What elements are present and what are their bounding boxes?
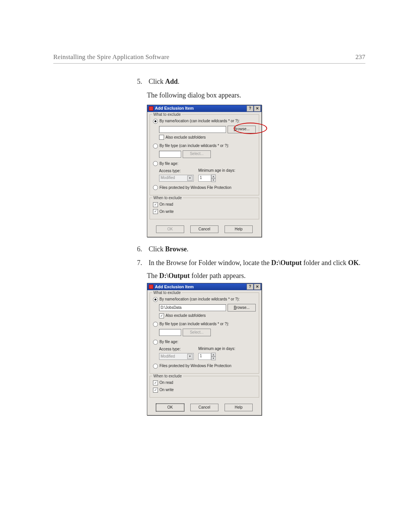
access-type-label: Access type: xyxy=(159,347,194,352)
radio-by-age-label: By file age: xyxy=(159,339,178,345)
access-type-label: Access type: xyxy=(159,168,194,174)
also-subfolders-label: Also exclude subfolders xyxy=(166,313,206,319)
help-button[interactable]: Help xyxy=(225,225,253,233)
radio-by-age[interactable] xyxy=(153,161,158,166)
group-when-title: When to exclude xyxy=(152,374,183,379)
select-button: Select... xyxy=(183,150,211,158)
access-type-select: Modified ▾ xyxy=(159,353,194,360)
ok-button: OK xyxy=(156,225,184,233)
add-exclusion-dialog: Add Exclusion Item ? ✕ What to exclude B… xyxy=(147,105,262,237)
close-icon[interactable]: ✕ xyxy=(254,105,261,112)
group-what-title: What to exclude xyxy=(152,290,182,296)
radio-by-type[interactable] xyxy=(153,322,158,327)
radio-by-name[interactable] xyxy=(153,119,158,124)
opt-by-name-row[interactable]: By name/location (can include wildcards … xyxy=(153,297,256,302)
checkbox-on-write[interactable] xyxy=(153,209,158,214)
step-5-number: 5. xyxy=(137,77,147,86)
name-location-input[interactable]: D:\JobsData xyxy=(159,304,226,311)
dialog-title: Add Exclusion Item xyxy=(155,105,194,112)
dialog-title: Add Exclusion Item xyxy=(155,284,194,290)
help-button[interactable]: Help xyxy=(225,404,253,411)
on-read-row[interactable]: On read xyxy=(153,380,256,386)
radio-wfp-label: Files protected by Windows File Protecti… xyxy=(159,363,231,369)
step-7-followup: The D:\Output folder path appears. xyxy=(147,271,365,281)
cancel-button[interactable]: Cancel xyxy=(190,404,218,411)
step-up-icon: ▴ xyxy=(211,353,216,356)
also-subfolders-row[interactable]: Also exclude subfolders xyxy=(159,313,256,319)
opt-by-type-row[interactable]: By file type (can include wildcards * or… xyxy=(153,143,256,149)
min-age-label: Minimum age in days: xyxy=(198,168,235,174)
opt-by-name-row[interactable]: By name/location (can include wildcards … xyxy=(153,118,256,124)
radio-wfp[interactable] xyxy=(153,185,158,190)
min-age-label: Minimum age in days: xyxy=(198,346,235,352)
dialog-button-bar: OK Cancel Help xyxy=(147,222,261,237)
group-what-to-exclude: What to exclude By name/location (can in… xyxy=(150,114,259,195)
radio-wfp[interactable] xyxy=(153,364,158,369)
on-write-label: On write xyxy=(159,209,174,215)
dialog-titlebar: Add Exclusion Item ? ✕ xyxy=(147,283,261,290)
group-what-title: What to exclude xyxy=(152,112,182,118)
radio-by-name-label: By name/location (can include wildcards … xyxy=(159,118,240,124)
close-icon[interactable]: ✕ xyxy=(254,284,261,290)
group-when-to-exclude: When to exclude On read On write xyxy=(150,376,259,398)
header-section-title: Reinstalling the Spire Application Softw… xyxy=(53,53,169,61)
figure-dialog-1: Add Exclusion Item ? ✕ What to exclude B… xyxy=(147,105,365,237)
opt-by-type-row[interactable]: By file type (can include wildcards * or… xyxy=(153,321,256,327)
cancel-button[interactable]: Cancel xyxy=(190,225,218,233)
page-header: Reinstalling the Spire Application Softw… xyxy=(53,53,365,64)
on-read-label: On read xyxy=(159,380,173,386)
help-icon[interactable]: ? xyxy=(247,284,253,290)
browse-button[interactable]: Browse... xyxy=(228,304,256,312)
step-5: 5. Click Add. The following dialog box a… xyxy=(137,77,365,237)
on-write-row[interactable]: On write xyxy=(153,387,256,393)
chevron-down-icon: ▾ xyxy=(187,176,193,181)
radio-by-age[interactable] xyxy=(153,340,158,345)
dialog-button-bar: OK Cancel Help xyxy=(147,400,261,415)
file-type-input xyxy=(159,151,181,158)
step-7-text: In the Browse for Folder window, locate … xyxy=(149,259,361,267)
on-read-row[interactable]: On read xyxy=(153,202,256,208)
checkbox-on-read[interactable] xyxy=(153,202,158,207)
radio-by-age-label: By file age: xyxy=(159,161,178,167)
step-5-followup: The following dialog box appears. xyxy=(147,90,365,100)
browse-button[interactable]: BBrowse...rowse... xyxy=(228,126,256,133)
on-write-label: On write xyxy=(159,387,174,393)
step-7: 7. In the Browse for Folder window, loca… xyxy=(137,258,365,415)
on-read-label: On read xyxy=(159,202,173,208)
opt-by-age-row[interactable]: By file age: xyxy=(153,161,256,167)
step-6: 6. Click Browse. xyxy=(137,244,365,254)
checkbox-on-write[interactable] xyxy=(153,388,158,393)
opt-wfp-row[interactable]: Files protected by Windows File Protecti… xyxy=(153,185,256,191)
ok-button[interactable]: OK xyxy=(156,404,184,411)
also-subfolders-label: Also exclude subfolders xyxy=(166,135,206,141)
step-6-text: Click Browse. xyxy=(149,245,189,253)
step-down-icon: ▾ xyxy=(211,356,216,360)
radio-by-type-label: By file type (can include wildcards * or… xyxy=(159,143,229,149)
step-down-icon: ▾ xyxy=(211,178,216,182)
radio-by-name[interactable] xyxy=(153,297,158,302)
help-icon[interactable]: ? xyxy=(247,105,253,112)
name-location-input[interactable] xyxy=(159,126,226,133)
step-6-number: 6. xyxy=(137,244,147,254)
also-subfolders-row[interactable]: Also exclude subfolders xyxy=(159,135,256,141)
group-what-to-exclude: What to exclude By name/location (can in… xyxy=(150,292,259,374)
min-age-stepper: 1 ▴ ▾ xyxy=(198,353,235,360)
group-when-title: When to exclude xyxy=(152,195,183,201)
checkbox-on-read[interactable] xyxy=(153,380,158,385)
group-when-to-exclude: When to exclude On read On write xyxy=(150,198,259,219)
on-write-row[interactable]: On write xyxy=(153,209,256,215)
opt-wfp-row[interactable]: Files protected by Windows File Protecti… xyxy=(153,363,256,369)
min-age-stepper: 1 ▴ ▾ xyxy=(198,174,235,182)
step-5-text: Click Add. xyxy=(149,78,180,85)
radio-by-type[interactable] xyxy=(153,144,158,149)
file-type-input xyxy=(159,329,181,336)
radio-by-name-label: By name/location (can include wildcards … xyxy=(159,297,240,302)
step-7-number: 7. xyxy=(137,258,147,268)
radio-by-type-label: By file type (can include wildcards * or… xyxy=(159,321,229,327)
checkbox-also-subfolders[interactable] xyxy=(159,313,164,318)
add-exclusion-dialog-2: Add Exclusion Item ? ✕ What to exclude B… xyxy=(147,283,262,415)
app-icon xyxy=(149,284,153,289)
app-icon xyxy=(149,106,153,111)
checkbox-also-subfolders[interactable] xyxy=(159,135,164,140)
opt-by-age-row[interactable]: By file age: xyxy=(153,339,256,345)
